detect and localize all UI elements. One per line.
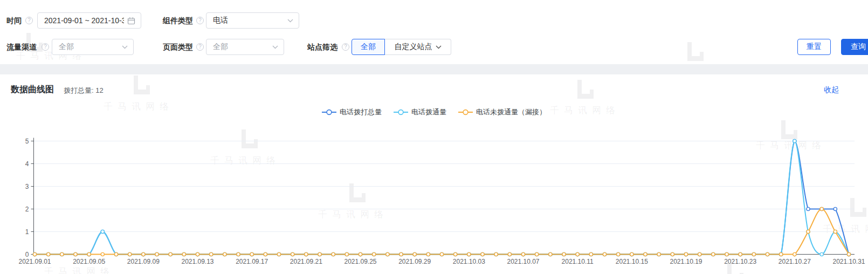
data-point[interactable] [373, 252, 376, 256]
data-point[interactable] [644, 252, 647, 256]
data-point[interactable] [332, 252, 335, 256]
svg-text:4: 4 [25, 160, 29, 168]
data-point[interactable] [780, 252, 783, 256]
legend-item[interactable]: 电话拨通量 [394, 107, 446, 117]
data-point[interactable] [833, 207, 837, 210]
data-point[interactable] [142, 252, 145, 256]
data-point[interactable] [87, 252, 91, 256]
page-type-help-icon[interactable] [196, 43, 204, 51]
data-point[interactable] [399, 252, 403, 256]
data-point[interactable] [807, 207, 810, 210]
watermark-logo-icon [131, 75, 150, 95]
data-point[interactable] [440, 252, 443, 256]
data-point[interactable] [494, 252, 498, 256]
series-line-1 [33, 139, 850, 256]
data-point[interactable] [182, 252, 185, 256]
reset-button[interactable]: 重置 [797, 39, 831, 55]
data-point[interactable] [793, 252, 796, 256]
chevron-down-icon [436, 45, 442, 49]
data-point[interactable] [508, 252, 511, 256]
data-point[interactable] [603, 252, 606, 256]
section-divider [0, 64, 868, 74]
data-point[interactable] [60, 252, 64, 256]
site-help-icon[interactable] [342, 43, 349, 51]
legend-item[interactable]: 电话未拨通量（漏接） [458, 107, 546, 117]
data-point[interactable] [630, 252, 633, 256]
data-point[interactable] [359, 252, 362, 256]
data-point[interactable] [305, 252, 308, 256]
data-point[interactable] [549, 252, 552, 256]
svg-text:2021.10.31: 2021.10.31 [832, 258, 865, 265]
stat-value: 12 [95, 86, 103, 94]
data-point[interactable] [739, 252, 742, 256]
data-point[interactable] [617, 252, 620, 256]
site-custom-dropdown[interactable]: 自定义站点 [385, 39, 451, 55]
data-point[interactable] [657, 252, 660, 256]
data-point[interactable] [413, 252, 416, 256]
data-point[interactable] [291, 252, 294, 256]
data-point[interactable] [264, 252, 267, 256]
analytics-page: 千马讯网络千马讯网络千马讯网络千马讯网络千马讯网络千马讯网络千马讯网络千马讯网络… [0, 0, 868, 274]
channel-help-icon[interactable] [42, 43, 49, 51]
data-point[interactable] [521, 252, 525, 256]
site-custom-label: 自定义站点 [395, 42, 432, 52]
data-point[interactable] [47, 252, 50, 256]
data-point[interactable] [155, 252, 159, 256]
time-help-icon[interactable] [25, 17, 33, 24]
data-point[interactable] [467, 252, 471, 256]
traffic-channel-select[interactable]: 全部 [52, 39, 134, 55]
data-point[interactable] [101, 252, 104, 256]
data-point[interactable] [752, 252, 755, 256]
data-point[interactable] [725, 252, 728, 256]
legend-item[interactable]: 电话拨打总量 [322, 107, 382, 117]
component-type-select[interactable]: 电话 [206, 12, 299, 29]
data-point[interactable] [698, 252, 701, 256]
data-point[interactable] [712, 252, 715, 256]
data-point[interactable] [820, 207, 823, 210]
data-point[interactable] [386, 252, 389, 256]
data-point[interactable] [318, 252, 321, 256]
data-point[interactable] [535, 252, 539, 256]
component-help-icon[interactable] [196, 17, 204, 24]
data-point[interactable] [589, 252, 593, 256]
series-line-0 [33, 139, 850, 256]
data-point[interactable] [766, 252, 769, 256]
data-point[interactable] [807, 230, 810, 233]
data-point[interactable] [128, 252, 132, 256]
data-point[interactable] [210, 252, 213, 256]
data-point[interactable] [820, 252, 823, 256]
legend-label: 电话拨通量 [411, 107, 446, 117]
data-point[interactable] [481, 252, 484, 256]
data-point[interactable] [114, 252, 118, 256]
data-point[interactable] [833, 230, 837, 233]
site-all-button[interactable]: 全部 [352, 39, 385, 55]
data-point[interactable] [684, 252, 687, 256]
date-range-value: 2021-09-01 ~ 2021-10-31 [44, 16, 124, 25]
line-chart[interactable]: 0123452021.09.012021.09.052021.09.092021… [0, 129, 868, 274]
collapse-link[interactable]: 收起 [824, 85, 839, 95]
data-point[interactable] [345, 252, 348, 256]
svg-text:2: 2 [25, 206, 29, 213]
data-point[interactable] [169, 252, 172, 256]
data-point[interactable] [277, 252, 280, 256]
data-point[interactable] [196, 252, 199, 256]
data-point[interactable] [223, 252, 226, 256]
data-point[interactable] [237, 252, 240, 256]
data-point[interactable] [250, 252, 253, 256]
date-range-input[interactable]: 2021-09-01 ~ 2021-10-31 [37, 12, 141, 29]
data-point[interactable] [454, 252, 457, 256]
data-point[interactable] [847, 252, 850, 256]
total-calls-stat: 拨打总量: 12 [64, 86, 104, 95]
svg-text:2021.09.29: 2021.09.29 [398, 258, 431, 265]
data-point[interactable] [33, 252, 36, 256]
data-point[interactable] [671, 252, 674, 256]
data-point[interactable] [426, 252, 430, 256]
calendar-icon [127, 17, 135, 25]
data-point[interactable] [562, 252, 566, 256]
query-button[interactable]: 查询 [841, 39, 868, 55]
data-point[interactable] [793, 139, 796, 142]
data-point[interactable] [101, 230, 104, 233]
page-type-select[interactable]: 全部 [206, 39, 284, 55]
data-point[interactable] [74, 252, 77, 256]
data-point[interactable] [576, 252, 579, 256]
